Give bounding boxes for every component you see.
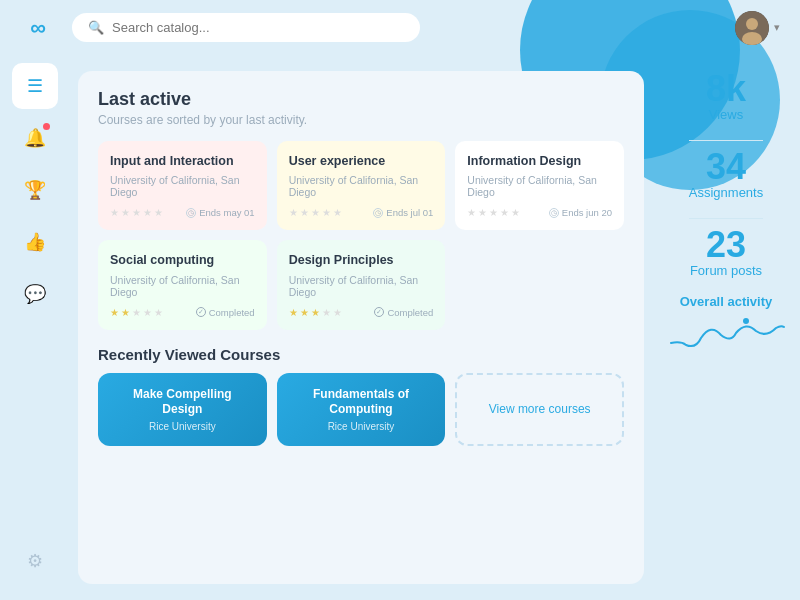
sidebar: ☰ 🔔 🏆 👍 💬 ⚙ xyxy=(0,55,70,600)
course-footer: ★ ★ ★ ★ ★ ✓ Completed xyxy=(110,307,255,318)
thumbs-up-icon: 👍 xyxy=(24,231,46,253)
stat-views: 8k Views xyxy=(664,71,788,122)
star-2: ★ xyxy=(478,207,487,218)
stat-divider-1 xyxy=(689,140,763,141)
sidebar-item-messages[interactable]: 💬 xyxy=(12,271,58,317)
right-panel: 8k Views 34 Assignments 23 Forum posts O… xyxy=(660,55,800,600)
trophy-icon: 🏆 xyxy=(24,179,46,201)
course-status: ◷ Ends jun 20 xyxy=(549,207,612,218)
course-university: University of California, San Diego xyxy=(289,274,434,298)
search-bar[interactable]: 🔍 xyxy=(72,13,420,42)
overall-activity-label: Overall activity xyxy=(680,294,773,309)
forum-number: 23 xyxy=(664,227,788,263)
status-icon: ◷ xyxy=(549,208,559,218)
stat-assignments: 34 Assignments xyxy=(664,149,788,200)
main-content: Last active Courses are sorted by your l… xyxy=(70,55,660,600)
last-active-subtitle: Courses are sorted by your last activity… xyxy=(98,113,624,127)
forum-label: Forum posts xyxy=(664,263,788,278)
star-rating: ★ ★ ★ ★ ★ xyxy=(110,307,163,318)
recent-course-university: Rice University xyxy=(328,421,395,432)
star-rating: ★ ★ ★ ★ ★ xyxy=(289,207,342,218)
star-4: ★ xyxy=(143,207,152,218)
course-name: Design Principles xyxy=(289,252,434,268)
assignments-label: Assignments xyxy=(664,185,788,200)
notification-badge xyxy=(43,123,50,130)
course-footer: ★ ★ ★ ★ ★ ◷ Ends jul 01 xyxy=(289,207,434,218)
star-2: ★ xyxy=(300,207,309,218)
recent-card-view-more[interactable]: View more courses xyxy=(455,373,624,446)
sidebar-item-likes[interactable]: 👍 xyxy=(12,219,58,265)
recent-courses-grid: Make Compelling Design Rice University F… xyxy=(98,373,624,446)
course-footer: ★ ★ ★ ★ ★ ✓ Completed xyxy=(289,307,434,318)
stat-divider-2 xyxy=(689,218,763,219)
recent-course-name: Make Compelling Design xyxy=(112,387,253,418)
course-university: University of California, San Diego xyxy=(289,174,434,198)
course-university: University of California, San Diego xyxy=(467,174,612,198)
course-card-1[interactable]: Input and Interaction University of Cali… xyxy=(98,141,267,230)
svg-point-3 xyxy=(743,318,749,324)
sidebar-item-menu[interactable]: ☰ xyxy=(12,63,58,109)
content-card: Last active Courses are sorted by your l… xyxy=(78,71,644,584)
star-rating: ★ ★ ★ ★ ★ xyxy=(289,307,342,318)
search-input[interactable] xyxy=(112,20,404,35)
status-icon: ◷ xyxy=(373,208,383,218)
course-card-5[interactable]: Design Principles University of Californ… xyxy=(277,240,446,329)
star-3: ★ xyxy=(132,207,141,218)
svg-point-1 xyxy=(746,18,758,30)
chevron-down-icon: ▾ xyxy=(774,21,780,34)
course-status: ✓ Completed xyxy=(196,307,255,318)
recent-course-university: Rice University xyxy=(149,421,216,432)
star-4: ★ xyxy=(500,207,509,218)
avatar[interactable] xyxy=(735,11,769,45)
sidebar-item-achievements[interactable]: 🏆 xyxy=(12,167,58,213)
recently-viewed-title: Recently Viewed Courses xyxy=(98,346,624,363)
star-3: ★ xyxy=(311,307,320,318)
assignments-number: 34 xyxy=(664,149,788,185)
main-layout: ☰ 🔔 🏆 👍 💬 ⚙ Last active Courses are sort… xyxy=(0,55,800,600)
last-active-title: Last active xyxy=(98,89,624,110)
star-4: ★ xyxy=(143,307,152,318)
star-4: ★ xyxy=(322,207,331,218)
search-icon: 🔍 xyxy=(88,20,104,35)
course-status: ◷ Ends jul 01 xyxy=(373,207,433,218)
star-rating: ★ ★ ★ ★ ★ xyxy=(110,207,163,218)
course-status: ✓ Completed xyxy=(374,307,433,318)
recent-card-2[interactable]: Fundamentals of Computing Rice Universit… xyxy=(277,373,446,446)
star-1: ★ xyxy=(467,207,476,218)
recent-card-1[interactable]: Make Compelling Design Rice University xyxy=(98,373,267,446)
gear-icon: ⚙ xyxy=(27,550,43,572)
star-4: ★ xyxy=(322,307,331,318)
status-icon: ◷ xyxy=(186,208,196,218)
star-3: ★ xyxy=(311,207,320,218)
star-1: ★ xyxy=(110,207,119,218)
course-grid: Input and Interaction University of Cali… xyxy=(98,141,624,330)
star-1: ★ xyxy=(110,307,119,318)
star-rating: ★ ★ ★ ★ ★ xyxy=(467,207,520,218)
bell-icon: 🔔 xyxy=(24,127,46,149)
sidebar-item-notifications[interactable]: 🔔 xyxy=(12,115,58,161)
star-1: ★ xyxy=(289,207,298,218)
last-active-section: Last active Courses are sorted by your l… xyxy=(98,89,624,127)
course-university: University of California, San Diego xyxy=(110,174,255,198)
course-footer: ★ ★ ★ ★ ★ ◷ Ends jun 20 xyxy=(467,207,612,218)
stat-forum: 23 Forum posts xyxy=(664,227,788,278)
recently-viewed-section: Recently Viewed Courses Make Compelling … xyxy=(98,346,624,446)
course-card-2[interactable]: User experience University of California… xyxy=(277,141,446,230)
course-status: ◷ Ends may 01 xyxy=(186,207,254,218)
course-card-4[interactable]: Social computing University of Californi… xyxy=(98,240,267,329)
top-navigation: ∞ 🔍 ▾ xyxy=(0,0,800,55)
course-name: User experience xyxy=(289,153,434,169)
views-label: Views xyxy=(664,107,788,122)
view-more-label: View more courses xyxy=(489,402,591,416)
course-footer: ★ ★ ★ ★ ★ ◷ Ends may 01 xyxy=(110,207,255,218)
course-name: Social computing xyxy=(110,252,255,268)
course-card-3[interactable]: Information Design University of Califor… xyxy=(455,141,624,230)
recent-course-name: Fundamentals of Computing xyxy=(291,387,432,418)
course-university: University of California, San Diego xyxy=(110,274,255,298)
sidebar-item-settings[interactable]: ⚙ xyxy=(12,538,58,584)
star-5: ★ xyxy=(333,207,342,218)
star-5: ★ xyxy=(333,307,342,318)
star-2: ★ xyxy=(300,307,309,318)
star-3: ★ xyxy=(132,307,141,318)
status-icon: ✓ xyxy=(196,307,206,317)
